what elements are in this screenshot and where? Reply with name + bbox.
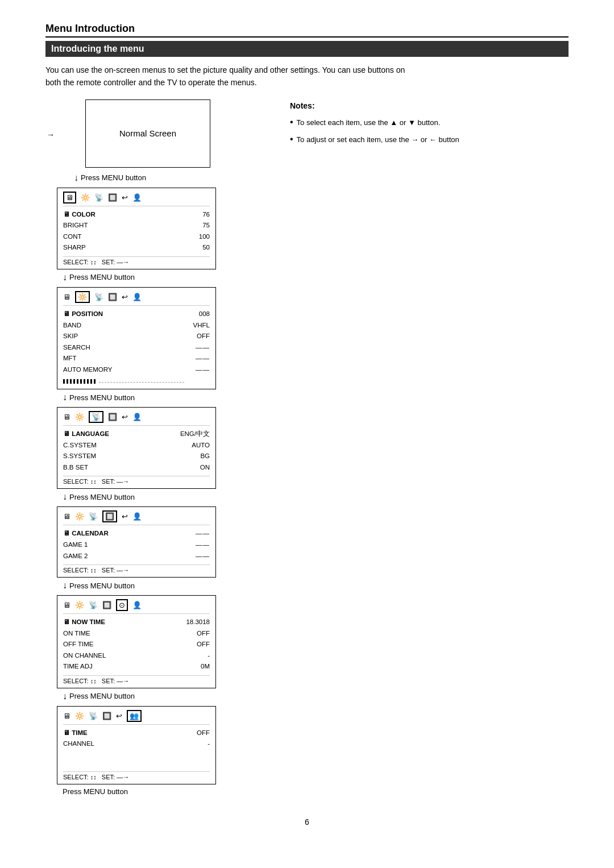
- panel5-row-nowtime: 🖥 NOW TIME 18.3018: [63, 617, 210, 628]
- panel3-icon-2: 📡: [89, 411, 103, 423]
- panel3-row-csystem: C.SYSTEM AUTO: [63, 440, 210, 451]
- panel2-val-pos: 008: [199, 309, 210, 320]
- panel6-spacer: [63, 758, 210, 769]
- panel6-row-time: 🖥 TIME OFF: [63, 728, 210, 739]
- hatch-bar: [63, 379, 97, 384]
- panel3-select: SELECT: ↕↕ SET: —→: [63, 476, 210, 485]
- panel3-icon-5: 👤: [132, 413, 142, 421]
- panel2-icon-5: 👤: [132, 293, 142, 301]
- panel4-select: SELECT: ↕↕ SET: —→: [63, 564, 210, 574]
- down-arrow-3: ↓: [63, 392, 67, 402]
- diagram-column: → Normal Screen ↓ Press MENU button 🖥 🔆 …: [57, 99, 273, 801]
- menu-panel-1: 🖥 🔆 📡 🔲 ↩ 👤 🖥 COLOR 76 BRIGHT 75 CONT: [57, 188, 216, 269]
- panel2-label-search: SEARCH: [63, 342, 90, 354]
- panel4-label-game1: GAME 1: [63, 539, 88, 551]
- notes-box: Notes: • To select each item, use the ▲ …: [290, 99, 569, 146]
- panel6-rows: 🖥 TIME OFF CHANNEL -: [63, 728, 210, 769]
- panel3-label-csystem: C.SYSTEM: [63, 440, 97, 451]
- menu-panel-4: 🖥 🔆 📡 🔲 ↩ 👤 🖥 CALENDAR —— GAME 1 —— GAME…: [57, 506, 216, 578]
- panel1-label-cont: CONT: [63, 231, 82, 243]
- note-item-1: • To select each item, use the ▲ or ▼ bu…: [290, 117, 569, 129]
- panel2-label-band: BAND: [63, 320, 81, 331]
- panel5-rows: 🖥 NOW TIME 18.3018 ON TIME OFF OFF TIME …: [63, 617, 210, 672]
- panel3-icons: 🖥 🔆 📡 🔲 ↩ 👤: [63, 411, 210, 426]
- note-item-2: • To adjust or set each item, use the → …: [290, 134, 569, 146]
- panel5-row-ontime: ON TIME OFF: [63, 628, 210, 639]
- panel1-label-sharp: SHARP: [63, 242, 86, 254]
- panel3-icon-4: ↩: [122, 413, 128, 421]
- panel6-icon-4: ↩: [116, 712, 122, 720]
- panel4-icons: 🖥 🔆 📡 🔲 ↩ 👤: [63, 510, 210, 525]
- panel5-icons: 🖥 🔆 📡 🔲 ⊙ 👤: [63, 599, 210, 614]
- panel1-label-color: 🖥 COLOR: [63, 209, 96, 221]
- down-arrow-6: ↓: [63, 691, 67, 701]
- panel2-icon-3: 🔲: [108, 293, 117, 301]
- panel1-icon-2: 📡: [94, 193, 103, 202]
- panel6-val-channel: -: [208, 738, 210, 750]
- panel6-icon-3: 🔲: [102, 712, 111, 720]
- panel3-icon-3: 🔲: [108, 413, 117, 421]
- panel1-icon-1: 🔆: [81, 193, 90, 202]
- press-menu-1: ↓ Press MENU button: [74, 173, 273, 183]
- panel4-icon-2: 📡: [89, 512, 98, 521]
- panel3-label-lang: 🖥 LANGUAGE: [63, 429, 109, 440]
- note-text-1: To select each item, use the ▲ or ▼ butt…: [297, 117, 441, 129]
- panel3-val-csystem: AUTO: [192, 440, 210, 451]
- panel5-select: SELECT: ↕↕ SET: —→: [63, 675, 210, 684]
- menu-introduction-section: Menu Introduction Introducing the menu Y…: [45, 23, 569, 89]
- panel3-icon-0: 🖥: [63, 413, 70, 421]
- panel2-icon-1: 🔆: [75, 291, 90, 303]
- panel2-row-search: SEARCH ——: [63, 342, 210, 354]
- panel3-label-bbset: B.B SET: [63, 462, 88, 474]
- note-bullet-1: •: [290, 117, 293, 127]
- panel2-row-skip: SKIP OFF: [63, 331, 210, 342]
- panel6-icons: 🖥 🔆 📡 🔲 ↩ 👥: [63, 710, 210, 725]
- panel2-row-auto: AUTO MEMORY ——: [63, 364, 210, 376]
- panel5-val-ontime: OFF: [197, 628, 210, 639]
- panel1-icons: 🖥 🔆 📡 🔲 ↩ 👤: [63, 192, 210, 206]
- press-menu-4: ↓ Press MENU button: [63, 492, 273, 502]
- normal-screen-box: Normal Screen: [85, 99, 210, 168]
- panel4-icon-0: 🖥: [63, 512, 70, 521]
- panel6-label-channel: CHANNEL: [63, 738, 94, 750]
- panel2-label-skip: SKIP: [63, 331, 78, 342]
- panel2-row-pos: 🖥 POSITION 008: [63, 309, 210, 320]
- panel2-label-mft: MFT: [63, 353, 77, 364]
- panel5-val-timeadj: 0M: [201, 661, 210, 672]
- press-menu-2: ↓ Press MENU button: [63, 272, 273, 283]
- press-menu-5: ↓ Press MENU button: [63, 580, 273, 591]
- menu-panel-6: 🖥 🔆 📡 🔲 ↩ 👥 🖥 TIME OFF CHANNEL - SELECT:: [57, 706, 216, 785]
- panel6-icon-0: 🖥: [63, 712, 70, 720]
- panel6-val-time: OFF: [197, 728, 210, 739]
- panel2-row-mft: MFT ——: [63, 353, 210, 364]
- panel2-hatch: [63, 377, 210, 385]
- panel1-row-sharp: SHARP 50: [63, 242, 210, 254]
- panel4-icon-4: ↩: [122, 512, 128, 521]
- panel1-icon-3: 🔲: [108, 193, 117, 202]
- panel1-select: SELECT: ↕↕ SET: —→: [63, 256, 210, 265]
- panel3-icon-1: 🔆: [75, 413, 84, 421]
- panel2-val-skip: OFF: [197, 331, 210, 342]
- panel3-row-bbset: B.B SET ON: [63, 462, 210, 474]
- panel2-icon-2: 📡: [94, 293, 103, 301]
- panel2-val-auto: ——: [196, 364, 210, 376]
- panel6-icon-2: 📡: [89, 712, 98, 720]
- panel1-val-bright: 75: [202, 220, 210, 231]
- panel5-icon-3: 🔲: [102, 601, 111, 609]
- panel1-row-cont: CONT 100: [63, 231, 210, 243]
- panel5-icon-0: 🖥: [63, 601, 70, 609]
- panel6-row-channel: CHANNEL -: [63, 738, 210, 750]
- normal-screen-arrow: →: [47, 130, 55, 139]
- panel6-label-time: 🖥 TIME: [63, 728, 88, 739]
- panel1-val-color: 76: [202, 209, 210, 221]
- panel2-icon-0: 🖥: [63, 293, 70, 301]
- panel3-val-ssystem: BG: [200, 451, 210, 462]
- panel5-label-ontime: ON TIME: [63, 628, 90, 639]
- notes-column: Notes: • To select each item, use the ▲ …: [290, 99, 569, 151]
- panel3-label-ssystem: S.SYSTEM: [63, 451, 96, 462]
- panel1-label-bright: BRIGHT: [63, 220, 88, 231]
- dashed-line: [99, 382, 184, 383]
- panel3-row-lang: 🖥 LANGUAGE ENG/中文: [63, 429, 210, 440]
- press-menu-6: ↓ Press MENU button: [63, 691, 273, 701]
- panel2-row-band: BAND VHFL: [63, 320, 210, 331]
